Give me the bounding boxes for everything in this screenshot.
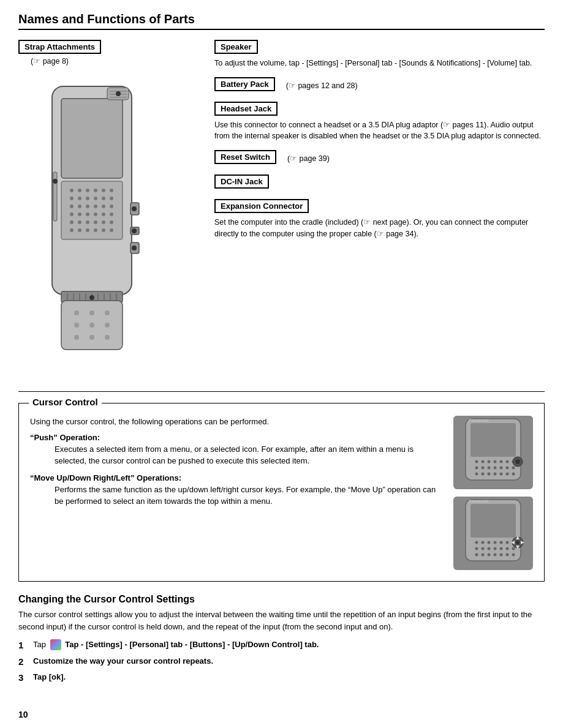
svg-point-116 — [512, 547, 515, 550]
headset-section: Headset Jack Use this connector to conne… — [214, 102, 545, 141]
svg-point-80 — [500, 460, 503, 463]
svg-point-38 — [110, 228, 113, 232]
op1-title: “Push” Operation: — [30, 433, 441, 442]
svg-point-122 — [506, 554, 509, 557]
changing-section: Changing the Cursor Control Settings The… — [18, 594, 545, 685]
op2-title: “Move Up/Down Right/Left” Operations: — [30, 473, 441, 482]
svg-point-59 — [105, 323, 110, 328]
svg-point-32 — [110, 220, 113, 224]
dcin-label: DC-IN Jack — [214, 174, 269, 189]
cursor-content: Using the cursor control, the following … — [30, 416, 533, 570]
svg-point-34 — [78, 228, 81, 232]
step-1-label: Tap - [Settings] - [Personal] tab - [But… — [65, 640, 319, 649]
svg-point-60 — [74, 335, 79, 340]
svg-point-24 — [94, 212, 97, 216]
svg-point-106 — [494, 541, 497, 544]
svg-point-130 — [516, 541, 520, 544]
svg-point-91 — [482, 473, 485, 476]
svg-point-94 — [500, 473, 503, 476]
step-1-text: Tap Tap - [Settings] - [Personal] tab - … — [33, 639, 319, 651]
svg-point-12 — [94, 197, 97, 200]
svg-point-96 — [512, 473, 515, 476]
svg-point-99 — [515, 459, 520, 464]
strap-ref: (☞ page 8) — [31, 56, 101, 66]
device-image-area: Strap Attachments (☞ page 8) — [18, 40, 208, 380]
reset-section: Reset Switch (☞ page 39) — [214, 150, 545, 166]
svg-point-8 — [110, 189, 113, 192]
svg-point-95 — [506, 473, 509, 476]
svg-point-11 — [86, 197, 89, 200]
svg-point-7 — [102, 189, 105, 192]
expansion-desc: Set the computer into the cradle (includ… — [214, 217, 545, 239]
cursor-intro: Using the cursor control, the following … — [30, 416, 441, 428]
expansion-section: Expansion Connector Set the computer int… — [214, 199, 545, 239]
svg-point-118 — [482, 554, 485, 557]
svg-point-58 — [89, 323, 94, 328]
svg-point-21 — [70, 212, 74, 216]
svg-point-83 — [475, 467, 478, 470]
svg-point-5 — [86, 189, 89, 192]
svg-point-31 — [102, 220, 105, 224]
op1-body: Executes a selected item from a menu, or… — [55, 443, 441, 467]
svg-point-120 — [494, 554, 497, 557]
dcin-section: DC-IN Jack — [214, 174, 545, 190]
svg-point-15 — [70, 205, 74, 208]
svg-point-119 — [488, 554, 491, 557]
svg-point-23 — [86, 212, 89, 216]
headset-desc: Use this connector to connect a headset … — [214, 119, 545, 141]
svg-point-77 — [482, 460, 485, 463]
cursor-section: Cursor Control Using the cursor control,… — [18, 403, 545, 582]
svg-point-4 — [78, 189, 81, 192]
svg-point-17 — [86, 205, 89, 208]
svg-point-68 — [53, 179, 58, 184]
svg-point-56 — [105, 310, 110, 315]
svg-point-76 — [475, 460, 478, 463]
svg-point-36 — [94, 228, 97, 232]
svg-point-78 — [488, 460, 491, 463]
svg-point-79 — [494, 460, 497, 463]
svg-point-29 — [86, 220, 89, 224]
headset-label: Headset Jack — [214, 102, 278, 116]
expansion-label: Expansion Connector — [214, 199, 309, 213]
svg-point-26 — [110, 212, 113, 216]
cursor-title: Cursor Control — [29, 397, 102, 407]
svg-point-16 — [78, 205, 81, 208]
svg-point-112 — [488, 547, 491, 550]
svg-point-113 — [494, 547, 497, 550]
svg-point-69 — [132, 206, 137, 211]
svg-point-93 — [494, 473, 497, 476]
svg-rect-75 — [470, 423, 516, 457]
svg-point-108 — [506, 541, 509, 544]
step-2: 2 Customize the way your cursor control … — [18, 655, 545, 669]
svg-point-85 — [488, 467, 491, 470]
speaker-section: Speaker To adjust the volume, tap - [Set… — [214, 40, 545, 69]
svg-point-70 — [132, 228, 137, 233]
svg-point-92 — [488, 473, 491, 476]
step-1: 1 Tap Tap - [Settings] - [Personal] tab … — [18, 639, 545, 653]
svg-point-20 — [110, 205, 113, 208]
step-3-text: Tap [ok]. — [33, 671, 66, 683]
svg-point-61 — [89, 335, 94, 340]
svg-point-103 — [475, 541, 478, 544]
battery-ref: (☞ pages 12 and 28) — [286, 81, 358, 90]
svg-rect-102 — [470, 504, 516, 538]
svg-point-19 — [102, 205, 105, 208]
labels-area: Speaker To adjust the volume, tap - [Set… — [214, 40, 545, 380]
svg-point-25 — [102, 212, 105, 216]
page-number: 10 — [18, 710, 28, 719]
op2-body: Performs the same function as the up/dow… — [55, 484, 441, 508]
svg-point-110 — [475, 547, 478, 550]
svg-point-87 — [500, 467, 503, 470]
step-3: 3 Tap [ok]. — [18, 671, 545, 685]
steps-list: 1 Tap Tap - [Settings] - [Personal] tab … — [18, 639, 545, 685]
svg-point-54 — [74, 310, 79, 315]
device-illustration — [25, 68, 153, 380]
svg-point-22 — [78, 212, 81, 216]
svg-point-88 — [506, 467, 509, 470]
battery-label: Battery Pack — [214, 77, 275, 91]
svg-point-55 — [89, 310, 94, 315]
svg-point-81 — [506, 460, 509, 463]
svg-point-67 — [116, 91, 121, 96]
changing-title: Changing the Cursor Control Settings — [18, 594, 545, 605]
svg-point-6 — [94, 189, 97, 192]
